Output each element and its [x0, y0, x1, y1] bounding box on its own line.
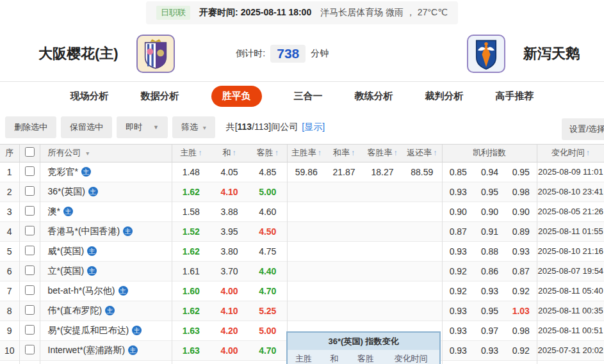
odds-cell[interactable]: 1.58 [172, 202, 210, 221]
odds-cell[interactable]: 4.70 [249, 340, 287, 360]
sort-asc-icon: ↑ [586, 148, 590, 157]
row-checkbox[interactable] [25, 206, 35, 216]
filter-button[interactable]: 筛选 ▾ [172, 116, 215, 138]
sort-asc-icon: ↑ [233, 148, 236, 157]
odds-cell[interactable]: 3.70 [210, 261, 249, 281]
odds-cell[interactable]: 1.63 [172, 340, 210, 360]
rate-cell [402, 221, 442, 241]
company-cell: 澳*主 [40, 202, 172, 221]
row-checkbox[interactable] [25, 226, 35, 235]
company-name[interactable]: Interwet*(塞浦路斯) [48, 345, 126, 355]
rate-cell [287, 241, 325, 261]
tab-胜平负[interactable]: 胜平负 [211, 86, 262, 107]
company-name[interactable]: 香港马*(中国香港) [48, 226, 120, 236]
table-row: 7bet-at-h*(马尔他)主1.604.004.700.920.930.92… [0, 281, 604, 301]
row-checkbox[interactable] [25, 166, 35, 176]
odds-cell[interactable]: 4.20 [210, 320, 249, 340]
odds-cell[interactable]: 5.00 [249, 320, 287, 340]
kelly-cell: 0.98 [505, 182, 537, 202]
change-time-cell: 2025-08-10 21:16 [537, 241, 604, 261]
odds-cell[interactable]: 1.62 [172, 241, 210, 261]
change-time-cell: 2025-07-31 20:02 [537, 340, 604, 360]
company-name[interactable]: 澳* [48, 206, 60, 216]
header-away-odds[interactable]: 客胜↑ [249, 145, 287, 162]
tab-三合一[interactable]: 三合一 [294, 90, 323, 102]
companies-count-number: 113 [238, 122, 252, 132]
odds-cell[interactable]: 4.05 [210, 162, 249, 182]
company-name[interactable]: 威*(英国) [48, 246, 85, 256]
kelly-cell: 0.93 [474, 281, 505, 301]
tab-现场分析[interactable]: 现场分析 [70, 90, 109, 102]
settings-button[interactable]: 设置/选择 [562, 118, 604, 140]
odds-cell[interactable]: 1.48 [172, 162, 210, 182]
row-number: 10 [0, 340, 19, 360]
empty-cell [19, 360, 40, 364]
odds-cell[interactable]: 3.80 [210, 241, 249, 261]
company-name[interactable]: 易*(安提瓜和巴布达) [48, 325, 129, 335]
company-name[interactable]: 立*(英国) [48, 265, 85, 276]
header-seq[interactable]: 序 [0, 145, 19, 162]
odds-cell[interactable]: 4.60 [249, 202, 287, 221]
select-all-checkbox[interactable] [25, 147, 35, 157]
header-change-time[interactable]: 变化时间↑ [537, 145, 604, 162]
odds-cell[interactable]: 3.88 [210, 202, 249, 221]
company-name[interactable]: 36*(英国) [48, 186, 85, 196]
kelly-cell: 0.90 [442, 202, 474, 221]
row-checkbox[interactable] [25, 246, 35, 255]
row-checkbox[interactable] [25, 305, 35, 315]
kelly-cell: 0.90 [474, 202, 505, 221]
header-company[interactable]: 所有公司 ▾ [40, 145, 172, 162]
company-name[interactable]: 伟*(直布罗陀) [48, 305, 102, 315]
row-checkbox[interactable] [25, 325, 35, 335]
caret-down-icon: ▾ [86, 150, 89, 157]
header-draw-odds[interactable]: 和↑ [210, 145, 249, 162]
odds-cell[interactable]: 1.61 [172, 261, 210, 281]
match-info-strip: 日职联 开赛时间: 2025-08-11 18:00 洋马长居体育场 微雨 ， … [146, 1, 458, 24]
odds-cell[interactable]: 4.85 [249, 162, 287, 182]
company-name[interactable]: bet-at-h*(马尔他) [48, 285, 115, 296]
tab-高手推荐[interactable]: 高手推荐 [496, 90, 534, 102]
header-away-rate[interactable]: 客胜率↑ [363, 145, 402, 162]
change-time-cell: 2025-08-09 11:01 [537, 162, 604, 182]
row-checkbox-cell [19, 162, 40, 182]
header-home-odds[interactable]: 主胜↑ [172, 145, 210, 162]
tab-数据分析[interactable]: 数据分析 [141, 90, 179, 102]
row-checkbox[interactable] [25, 265, 35, 275]
odds-cell[interactable]: 1.52 [172, 221, 210, 241]
odds-cell[interactable]: 1.63 [172, 320, 210, 340]
instant-dropdown[interactable]: 即时 ▼ [117, 116, 168, 138]
kelly-cell: 0.91 [474, 221, 505, 241]
odds-cell[interactable]: 1.62 [172, 182, 210, 202]
popup-header-home: 主胜 [288, 350, 320, 364]
tab-裁判分析[interactable]: 裁判分析 [425, 90, 464, 102]
odds-cell[interactable]: 4.10 [210, 301, 249, 320]
row-checkbox[interactable] [25, 345, 35, 354]
odds-cell[interactable]: 4.75 [249, 241, 287, 261]
odds-cell[interactable]: 4.40 [249, 261, 287, 281]
odds-cell[interactable]: 3.95 [210, 221, 249, 241]
kelly-cell: 0.92 [442, 281, 474, 301]
row-checkbox[interactable] [25, 285, 35, 295]
keep-selected-button[interactable]: 保留选中 [61, 116, 112, 138]
odds-cell[interactable]: 4.00 [210, 281, 249, 301]
header-return-rate[interactable]: 返还率↑ [402, 145, 442, 162]
row-checkbox[interactable] [25, 186, 35, 196]
odds-cell[interactable]: 4.00 [210, 340, 249, 360]
company-cell: 香港马*(中国香港)主 [40, 221, 172, 241]
tab-教练分析[interactable]: 教练分析 [355, 90, 393, 102]
odds-cell[interactable]: 4.10 [210, 182, 249, 202]
kelly-cell: 0.93 [442, 301, 474, 320]
delete-selected-button[interactable]: 删除选中 [5, 116, 56, 138]
odds-cell[interactable]: 1.62 [172, 301, 210, 320]
header-home-rate[interactable]: 主胜率↑ [287, 145, 325, 162]
odds-cell[interactable]: 4.50 [249, 221, 287, 241]
odds-cell[interactable]: 5.00 [249, 182, 287, 202]
show-link[interactable]: [显示] [302, 122, 325, 133]
row-checkbox-cell [19, 202, 40, 221]
odds-cell[interactable]: 1.60 [172, 281, 210, 301]
company-name[interactable]: 竞彩官* [48, 166, 78, 177]
table-row: 5威*(英国)主1.623.804.750.930.880.932025-08-… [0, 241, 604, 261]
odds-cell[interactable]: 4.70 [249, 281, 287, 301]
odds-cell[interactable]: 5.25 [249, 301, 287, 320]
header-draw-rate[interactable]: 和率↑ [325, 145, 363, 162]
